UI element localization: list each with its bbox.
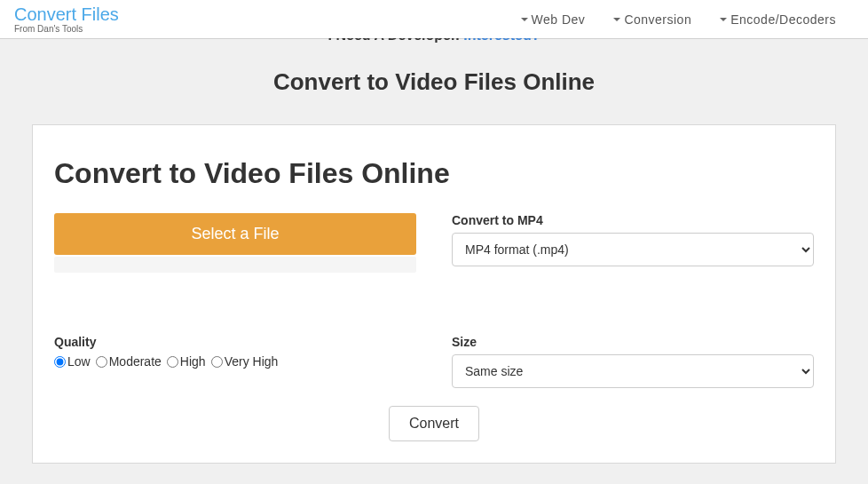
convert-to-label: Convert to MP4 <box>452 213 814 227</box>
navbar: Convert Files From Dan's Tools Web Dev C… <box>0 0 868 39</box>
quality-option-high[interactable]: High <box>167 354 206 369</box>
size-label: Size <box>452 335 814 349</box>
banner-link[interactable]: Interested? <box>463 38 540 43</box>
page-title: Convert to Video Files Online <box>0 68 868 96</box>
quality-radio-group: Low Moderate High Very High <box>54 354 416 369</box>
banner-text: I Need A Developer. <box>328 38 464 43</box>
quality-radio-low[interactable] <box>54 356 66 368</box>
quality-radio-label: Low <box>67 354 91 369</box>
select-file-button[interactable]: Select a File <box>54 213 416 255</box>
quality-radio-high[interactable] <box>167 356 178 368</box>
brand-title: Convert Files <box>14 4 119 24</box>
quality-radio-moderate[interactable] <box>96 356 107 368</box>
card-title: Convert to Video Files Online <box>54 157 814 190</box>
developer-banner: I Need A Developer. Interested? <box>0 38 868 47</box>
quality-option-veryhigh[interactable]: Very High <box>211 354 279 369</box>
quality-option-moderate[interactable]: Moderate <box>96 354 162 369</box>
nav-label: Web Dev <box>532 12 586 27</box>
quality-label: Quality <box>54 335 416 349</box>
nav-item-webdev[interactable]: Web Dev <box>521 12 586 27</box>
nav-menu: Web Dev Conversion Encode/Decoders <box>521 12 854 27</box>
quality-radio-label: High <box>180 354 206 369</box>
convert-button[interactable]: Convert <box>389 406 479 441</box>
caret-down-icon <box>613 18 620 21</box>
nav-item-encode[interactable]: Encode/Decoders <box>720 12 836 27</box>
nav-label: Conversion <box>624 12 691 27</box>
nav-item-conversion[interactable]: Conversion <box>613 12 691 27</box>
format-select[interactable]: MP4 format (.mp4) <box>452 233 814 266</box>
file-name-display <box>54 257 416 273</box>
brand-subtitle: From Dan's Tools <box>14 24 119 34</box>
caret-down-icon <box>521 18 528 21</box>
quality-radio-label: Moderate <box>109 354 162 369</box>
size-select[interactable]: Same size <box>452 354 814 388</box>
nav-label: Encode/Decoders <box>730 12 836 27</box>
brand[interactable]: Convert Files From Dan's Tools <box>14 4 119 34</box>
caret-down-icon <box>720 18 727 21</box>
convert-card: Convert to Video Files Online Select a F… <box>32 124 836 464</box>
quality-radio-veryhigh[interactable] <box>211 356 223 368</box>
quality-option-low[interactable]: Low <box>54 354 91 369</box>
quality-radio-label: Very High <box>225 354 279 369</box>
